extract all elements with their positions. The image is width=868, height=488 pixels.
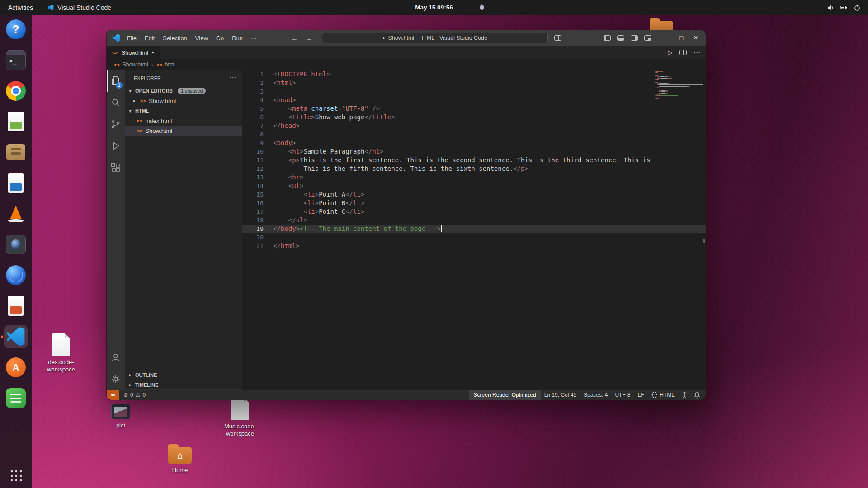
navigate-back-button[interactable]: ←	[291, 34, 298, 42]
close-button[interactable]: ×	[689, 32, 702, 44]
code-line-5[interactable]: 5 <meta charset="UTF-8" />	[242, 104, 706, 113]
notifications-bell-icon[interactable]	[691, 390, 706, 400]
dock-item-help[interactable]	[4, 18, 28, 41]
explorer-more-actions-icon[interactable]: ⋯	[229, 74, 236, 82]
code-line-6[interactable]: 6 <title>Show web page</title>	[242, 113, 706, 122]
maximize-button[interactable]: □	[675, 32, 688, 44]
code-line-10[interactable]: 10 <h1>Sample Paragraph</h1>	[242, 147, 706, 156]
breadcrumb-item-html[interactable]: <>html	[156, 61, 175, 68]
tab-show-html[interactable]: <> Show.html ●	[107, 46, 160, 59]
settings-gear-icon[interactable]	[107, 368, 125, 390]
navigate-forward-button[interactable]: →	[305, 34, 312, 42]
status-encoding[interactable]: UTF-8	[611, 390, 634, 400]
code-line-15[interactable]: 15 <li>Point A</li>	[242, 190, 706, 199]
code-line-9[interactable]: 9<body>	[242, 139, 706, 147]
breadcrumb-item-show-html[interactable]: <>Show.html	[114, 61, 148, 68]
menu-view[interactable]: View	[191, 35, 212, 42]
split-editor-icon[interactable]	[679, 50, 687, 55]
desktop-icon-music[interactable]: Music.code-workspace	[215, 398, 265, 437]
command-center[interactable]: ● Show.html - HTML - Visual Studio Code	[322, 33, 548, 43]
status-screen-reader[interactable]: Screen Reader Optimized	[469, 390, 541, 400]
timeline-section[interactable]: ▸ TIMELINE	[125, 380, 242, 390]
status-eol[interactable]: LF	[634, 390, 647, 400]
code-line-12[interactable]: 12 This is the fifth sentence. This is t…	[242, 164, 706, 173]
dock-item-impress[interactable]	[4, 294, 28, 318]
menu-edit[interactable]: Edit	[141, 35, 159, 42]
code-line-17[interactable]: 17 <li>Point C</li>	[242, 207, 706, 216]
status-language-mode[interactable]: {}HTML	[647, 390, 678, 400]
toggle-secondary-sidebar-icon[interactable]	[631, 35, 638, 41]
problems-status[interactable]: ⊘ 0 ⚠ 0	[119, 392, 150, 398]
explorer-activity-button[interactable]: 1	[107, 70, 125, 92]
show-applications-button[interactable]	[9, 469, 22, 482]
search-activity-button[interactable]	[107, 92, 125, 113]
dock-item-screenshot[interactable]	[4, 233, 28, 256]
toggle-sidebar-icon[interactable]	[604, 35, 611, 41]
code-line-2[interactable]: 2<html>	[242, 79, 706, 87]
menu-bar: FileEditSelectionViewGoRun⋯	[123, 35, 261, 42]
account-button[interactable]	[107, 347, 125, 368]
menu-go[interactable]: Go	[212, 35, 228, 42]
code-editor[interactable]: 1<!DOCTYPE html>2<html>34<head>5 <meta c…	[242, 70, 706, 390]
line-number: 12	[242, 164, 264, 173]
source-control-activity-button[interactable]	[107, 113, 125, 135]
dock-item-terminal[interactable]	[4, 48, 28, 72]
dock-item-store[interactable]	[4, 356, 28, 379]
dock-item-vscode[interactable]	[4, 325, 28, 348]
menu-file[interactable]: File	[123, 35, 141, 42]
line-number: 20	[242, 233, 264, 242]
editor-more-actions-icon[interactable]: ⋯	[693, 48, 700, 56]
minimize-button[interactable]: −	[660, 32, 673, 44]
code-line-14[interactable]: 14 <ul>	[242, 182, 706, 190]
run-file-button[interactable]: ▷	[668, 49, 673, 56]
desktop-icon-home[interactable]: Home	[155, 443, 205, 474]
code-line-16[interactable]: 16 <li>Point B</li>	[242, 199, 706, 207]
archive-manager-icon	[6, 144, 25, 160]
extensions-activity-button[interactable]	[107, 157, 125, 178]
open-editors-section[interactable]: ▾ OPEN EDITORS 1 unsaved	[125, 86, 242, 96]
system-status-area[interactable]	[827, 4, 868, 11]
run-debug-activity-button[interactable]	[107, 135, 125, 157]
focused-app-indicator[interactable]: Visual Studio Code	[41, 4, 118, 11]
customize-layout-icon[interactable]	[644, 35, 651, 41]
file-item-show-html[interactable]: <>Show.html	[125, 126, 242, 136]
dock-item-texteditor[interactable]	[4, 386, 28, 410]
minimap[interactable]	[655, 71, 703, 99]
menu-more-icon[interactable]: ⋯	[247, 35, 261, 42]
desktop-icon-pict[interactable]: pict	[96, 400, 146, 429]
status-cursor-position[interactable]: Ln 19, Col 45	[541, 390, 580, 400]
editor-layout-icon[interactable]	[554, 35, 561, 41]
code-line-4[interactable]: 4<head>	[242, 96, 706, 104]
workspace-section[interactable]: ▾ HTML	[125, 106, 242, 116]
activities-button[interactable]: Activities	[0, 0, 41, 15]
menu-run[interactable]: Run	[228, 35, 247, 42]
code-line-7[interactable]: 7</head>	[242, 122, 706, 130]
dock-item-chrome[interactable]	[4, 79, 28, 103]
flameshot-tray-icon[interactable]	[478, 4, 486, 11]
status-label: LF	[637, 392, 644, 398]
code-line-18[interactable]: 18 </ul>	[242, 216, 706, 225]
code-line-8[interactable]: 8	[242, 130, 706, 139]
radio-tower-icon[interactable]	[678, 390, 691, 400]
clock[interactable]: May 15 09:56	[415, 4, 453, 11]
file-item-index-html[interactable]: <>index.html	[125, 116, 242, 126]
outline-section[interactable]: ▸ OUTLINE	[125, 370, 242, 380]
code-line-1[interactable]: 1<!DOCTYPE html>	[242, 70, 706, 79]
code-line-19[interactable]: 19</body><!-- The main content of the pa…	[242, 225, 706, 233]
menu-selection[interactable]: Selection	[159, 35, 191, 42]
desktop-icon-des[interactable]: des.code-workspace	[36, 333, 86, 373]
remote-indicator[interactable]: ><	[107, 390, 119, 400]
open-editor-item-show-html[interactable]: ●<>Show.html	[125, 96, 242, 106]
toggle-panel-icon[interactable]	[617, 35, 624, 41]
status-indentation[interactable]: Spaces: 4	[580, 390, 611, 400]
code-line-3[interactable]: 3	[242, 87, 706, 96]
code-line-21[interactable]: 21</html>	[242, 242, 706, 250]
code-line-20[interactable]: 20	[242, 233, 706, 242]
dock-item-archive[interactable]	[4, 141, 28, 164]
dock-item-vlc[interactable]	[4, 202, 28, 225]
code-line-11[interactable]: 11 <p>This is the first sentence. This i…	[242, 156, 706, 164]
dock-item-writer[interactable]	[4, 171, 28, 195]
code-line-13[interactable]: 13 <hr>	[242, 173, 706, 182]
dock-item-browser[interactable]	[4, 263, 28, 287]
dock-item-calc[interactable]	[4, 110, 28, 133]
